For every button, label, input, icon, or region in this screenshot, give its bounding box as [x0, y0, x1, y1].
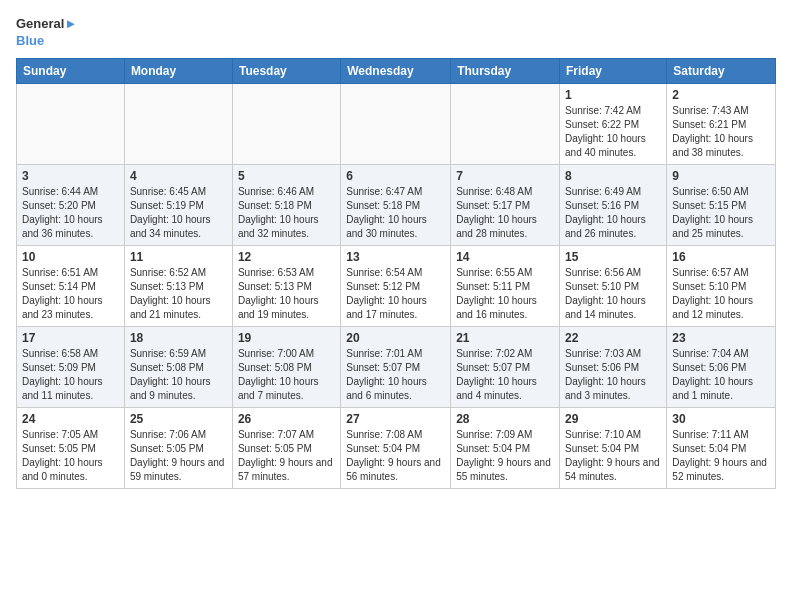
calendar-cell: 19Sunrise: 7:00 AM Sunset: 5:08 PM Dayli… [232, 326, 340, 407]
calendar-cell: 18Sunrise: 6:59 AM Sunset: 5:08 PM Dayli… [124, 326, 232, 407]
day-number: 4 [130, 169, 227, 183]
calendar-cell: 26Sunrise: 7:07 AM Sunset: 5:05 PM Dayli… [232, 407, 340, 488]
calendar-cell [451, 83, 560, 164]
calendar-cell [341, 83, 451, 164]
calendar-cell: 24Sunrise: 7:05 AM Sunset: 5:05 PM Dayli… [17, 407, 125, 488]
day-number: 10 [22, 250, 119, 264]
calendar-cell: 30Sunrise: 7:11 AM Sunset: 5:04 PM Dayli… [667, 407, 776, 488]
day-info: Sunrise: 7:01 AM Sunset: 5:07 PM Dayligh… [346, 347, 445, 403]
week-row-4: 17Sunrise: 6:58 AM Sunset: 5:09 PM Dayli… [17, 326, 776, 407]
calendar-cell: 16Sunrise: 6:57 AM Sunset: 5:10 PM Dayli… [667, 245, 776, 326]
day-number: 18 [130, 331, 227, 345]
calendar-cell: 28Sunrise: 7:09 AM Sunset: 5:04 PM Dayli… [451, 407, 560, 488]
calendar-table: SundayMondayTuesdayWednesdayThursdayFrid… [16, 58, 776, 489]
day-info: Sunrise: 6:55 AM Sunset: 5:11 PM Dayligh… [456, 266, 554, 322]
day-number: 30 [672, 412, 770, 426]
day-info: Sunrise: 7:43 AM Sunset: 6:21 PM Dayligh… [672, 104, 770, 160]
day-info: Sunrise: 6:51 AM Sunset: 5:14 PM Dayligh… [22, 266, 119, 322]
logo-box: General►Blue [16, 16, 77, 50]
col-header-tuesday: Tuesday [232, 58, 340, 83]
day-info: Sunrise: 7:42 AM Sunset: 6:22 PM Dayligh… [565, 104, 661, 160]
header: General►Blue [16, 16, 776, 50]
week-row-1: 1Sunrise: 7:42 AM Sunset: 6:22 PM Daylig… [17, 83, 776, 164]
day-number: 7 [456, 169, 554, 183]
calendar-cell: 5Sunrise: 6:46 AM Sunset: 5:18 PM Daylig… [232, 164, 340, 245]
calendar-cell: 1Sunrise: 7:42 AM Sunset: 6:22 PM Daylig… [560, 83, 667, 164]
day-info: Sunrise: 6:58 AM Sunset: 5:09 PM Dayligh… [22, 347, 119, 403]
day-info: Sunrise: 7:03 AM Sunset: 5:06 PM Dayligh… [565, 347, 661, 403]
day-info: Sunrise: 6:46 AM Sunset: 5:18 PM Dayligh… [238, 185, 335, 241]
day-info: Sunrise: 6:44 AM Sunset: 5:20 PM Dayligh… [22, 185, 119, 241]
header-row: SundayMondayTuesdayWednesdayThursdayFrid… [17, 58, 776, 83]
day-number: 23 [672, 331, 770, 345]
day-info: Sunrise: 6:56 AM Sunset: 5:10 PM Dayligh… [565, 266, 661, 322]
day-info: Sunrise: 6:45 AM Sunset: 5:19 PM Dayligh… [130, 185, 227, 241]
calendar-cell: 11Sunrise: 6:52 AM Sunset: 5:13 PM Dayli… [124, 245, 232, 326]
calendar-cell: 13Sunrise: 6:54 AM Sunset: 5:12 PM Dayli… [341, 245, 451, 326]
calendar-cell: 14Sunrise: 6:55 AM Sunset: 5:11 PM Dayli… [451, 245, 560, 326]
calendar-cell: 20Sunrise: 7:01 AM Sunset: 5:07 PM Dayli… [341, 326, 451, 407]
day-number: 26 [238, 412, 335, 426]
day-number: 5 [238, 169, 335, 183]
col-header-thursday: Thursday [451, 58, 560, 83]
day-info: Sunrise: 7:11 AM Sunset: 5:04 PM Dayligh… [672, 428, 770, 484]
day-number: 3 [22, 169, 119, 183]
day-info: Sunrise: 7:06 AM Sunset: 5:05 PM Dayligh… [130, 428, 227, 484]
day-info: Sunrise: 7:07 AM Sunset: 5:05 PM Dayligh… [238, 428, 335, 484]
day-number: 6 [346, 169, 445, 183]
day-info: Sunrise: 7:02 AM Sunset: 5:07 PM Dayligh… [456, 347, 554, 403]
day-number: 20 [346, 331, 445, 345]
day-number: 14 [456, 250, 554, 264]
day-info: Sunrise: 6:53 AM Sunset: 5:13 PM Dayligh… [238, 266, 335, 322]
calendar-cell: 22Sunrise: 7:03 AM Sunset: 5:06 PM Dayli… [560, 326, 667, 407]
day-number: 27 [346, 412, 445, 426]
day-info: Sunrise: 6:47 AM Sunset: 5:18 PM Dayligh… [346, 185, 445, 241]
calendar-cell [17, 83, 125, 164]
col-header-sunday: Sunday [17, 58, 125, 83]
calendar-cell [232, 83, 340, 164]
day-info: Sunrise: 7:08 AM Sunset: 5:04 PM Dayligh… [346, 428, 445, 484]
day-number: 2 [672, 88, 770, 102]
day-info: Sunrise: 6:54 AM Sunset: 5:12 PM Dayligh… [346, 266, 445, 322]
week-row-5: 24Sunrise: 7:05 AM Sunset: 5:05 PM Dayli… [17, 407, 776, 488]
day-info: Sunrise: 7:00 AM Sunset: 5:08 PM Dayligh… [238, 347, 335, 403]
day-number: 11 [130, 250, 227, 264]
day-number: 29 [565, 412, 661, 426]
day-number: 16 [672, 250, 770, 264]
day-info: Sunrise: 7:10 AM Sunset: 5:04 PM Dayligh… [565, 428, 661, 484]
day-number: 17 [22, 331, 119, 345]
day-number: 24 [22, 412, 119, 426]
logo: General►Blue [16, 16, 77, 50]
week-row-3: 10Sunrise: 6:51 AM Sunset: 5:14 PM Dayli… [17, 245, 776, 326]
day-number: 9 [672, 169, 770, 183]
day-info: Sunrise: 6:57 AM Sunset: 5:10 PM Dayligh… [672, 266, 770, 322]
day-number: 15 [565, 250, 661, 264]
col-header-wednesday: Wednesday [341, 58, 451, 83]
calendar-cell: 7Sunrise: 6:48 AM Sunset: 5:17 PM Daylig… [451, 164, 560, 245]
calendar-cell: 15Sunrise: 6:56 AM Sunset: 5:10 PM Dayli… [560, 245, 667, 326]
col-header-friday: Friday [560, 58, 667, 83]
calendar-cell: 25Sunrise: 7:06 AM Sunset: 5:05 PM Dayli… [124, 407, 232, 488]
calendar-cell: 27Sunrise: 7:08 AM Sunset: 5:04 PM Dayli… [341, 407, 451, 488]
calendar-cell [124, 83, 232, 164]
calendar-cell: 10Sunrise: 6:51 AM Sunset: 5:14 PM Dayli… [17, 245, 125, 326]
day-number: 28 [456, 412, 554, 426]
calendar-cell: 12Sunrise: 6:53 AM Sunset: 5:13 PM Dayli… [232, 245, 340, 326]
day-number: 13 [346, 250, 445, 264]
day-info: Sunrise: 7:05 AM Sunset: 5:05 PM Dayligh… [22, 428, 119, 484]
calendar-cell: 2Sunrise: 7:43 AM Sunset: 6:21 PM Daylig… [667, 83, 776, 164]
calendar-cell: 4Sunrise: 6:45 AM Sunset: 5:19 PM Daylig… [124, 164, 232, 245]
col-header-saturday: Saturday [667, 58, 776, 83]
day-number: 12 [238, 250, 335, 264]
calendar-cell: 29Sunrise: 7:10 AM Sunset: 5:04 PM Dayli… [560, 407, 667, 488]
day-number: 21 [456, 331, 554, 345]
day-info: Sunrise: 6:48 AM Sunset: 5:17 PM Dayligh… [456, 185, 554, 241]
calendar-cell: 3Sunrise: 6:44 AM Sunset: 5:20 PM Daylig… [17, 164, 125, 245]
day-number: 25 [130, 412, 227, 426]
calendar-cell: 8Sunrise: 6:49 AM Sunset: 5:16 PM Daylig… [560, 164, 667, 245]
col-header-monday: Monday [124, 58, 232, 83]
day-info: Sunrise: 6:59 AM Sunset: 5:08 PM Dayligh… [130, 347, 227, 403]
day-info: Sunrise: 6:49 AM Sunset: 5:16 PM Dayligh… [565, 185, 661, 241]
day-info: Sunrise: 6:50 AM Sunset: 5:15 PM Dayligh… [672, 185, 770, 241]
calendar-cell: 17Sunrise: 6:58 AM Sunset: 5:09 PM Dayli… [17, 326, 125, 407]
